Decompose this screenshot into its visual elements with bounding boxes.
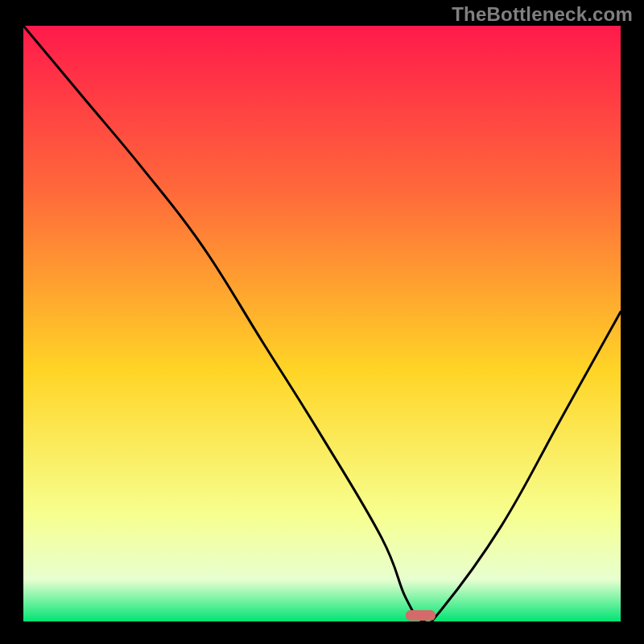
- optimal-marker: [406, 610, 436, 621]
- attribution-label: TheBottleneck.com: [452, 3, 633, 26]
- gradient-background: [23, 26, 621, 621]
- chart-frame: TheBottleneck.com: [0, 0, 644, 644]
- bottleneck-chart: [23, 26, 621, 621]
